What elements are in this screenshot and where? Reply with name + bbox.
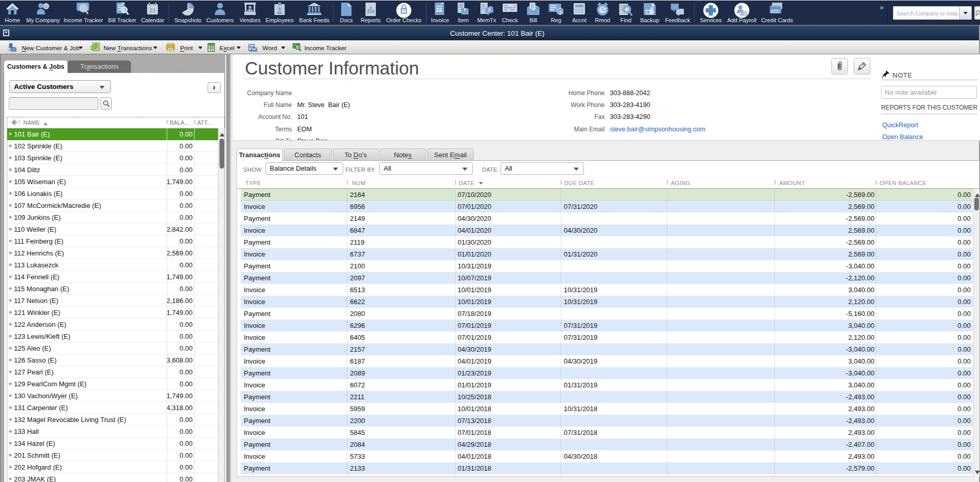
svg-text:b: b [45, 4, 48, 9]
svg-text:31: 31 [149, 7, 155, 13]
